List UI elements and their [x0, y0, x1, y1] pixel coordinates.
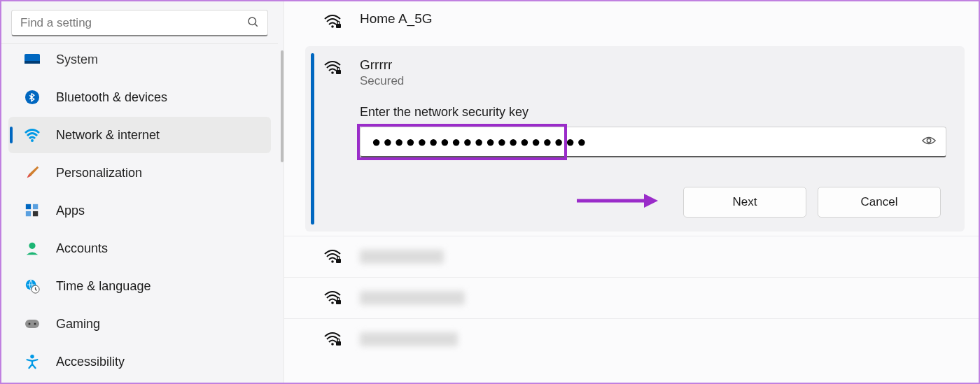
search-input[interactable]: [20, 16, 241, 30]
show-password-icon[interactable]: [921, 135, 937, 149]
settings-sidebar: System Bluetooth & devices Network & int…: [1, 1, 284, 383]
blurred-network-name: [360, 332, 458, 346]
svg-rect-3: [24, 61, 40, 64]
svg-rect-8: [26, 211, 31, 216]
svg-rect-27: [336, 300, 341, 304]
sidebar-item-label: Network & internet: [56, 128, 160, 143]
sidebar-nav: System Bluetooth & devices Network & int…: [1, 44, 278, 383]
search-icon: [246, 15, 259, 31]
blurred-network-name: [360, 250, 444, 264]
svg-point-24: [331, 260, 334, 263]
wifi-secured-icon: [323, 332, 342, 350]
brush-icon: [24, 164, 41, 181]
selected-network-name: Grrrrr: [360, 57, 946, 73]
svg-rect-29: [336, 341, 341, 346]
svg-rect-9: [33, 211, 38, 216]
sidebar-item-time[interactable]: Time & language: [8, 268, 271, 304]
svg-point-14: [29, 323, 31, 325]
svg-rect-25: [336, 259, 341, 263]
svg-point-16: [30, 355, 34, 359]
bluetooth-icon: [24, 89, 41, 106]
svg-marker-23: [644, 194, 658, 208]
wifi-network-row[interactable]: Home A_5G: [284, 1, 979, 42]
svg-point-17: [331, 25, 334, 28]
cancel-button[interactable]: Cancel: [818, 187, 941, 218]
globe-clock-icon: [24, 278, 41, 294]
svg-rect-6: [26, 204, 31, 209]
wifi-secured-icon: [323, 14, 342, 32]
svg-point-21: [927, 138, 931, 143]
wifi-icon: [24, 127, 41, 143]
search-container: [1, 1, 278, 44]
sidebar-item-label: Gaming: [56, 317, 100, 332]
sidebar-scrollbar[interactable]: [281, 50, 284, 162]
system-icon: [24, 51, 41, 68]
sidebar-item-label: Apps: [56, 204, 85, 218]
svg-point-28: [331, 343, 334, 346]
svg-rect-7: [33, 204, 38, 209]
wifi-network-row-blurred[interactable]: [284, 236, 979, 277]
wifi-secured-icon: [323, 249, 342, 267]
wifi-network-row-blurred[interactable]: [284, 318, 979, 360]
password-field-wrap: [360, 127, 946, 157]
wifi-secured-icon: [323, 290, 342, 308]
sidebar-item-apps[interactable]: Apps: [8, 192, 271, 229]
svg-point-0: [248, 17, 256, 25]
search-box[interactable]: [11, 10, 268, 36]
sidebar-item-gaming[interactable]: Gaming: [8, 306, 271, 342]
sidebar-item-network[interactable]: Network & internet: [8, 117, 271, 153]
button-row: Next Cancel: [360, 187, 946, 218]
annotation-arrow: [574, 191, 658, 213]
svg-line-1: [255, 24, 257, 26]
sidebar-item-label: System: [56, 52, 98, 67]
sidebar-item-personalization[interactable]: Personalization: [8, 155, 271, 191]
svg-point-19: [331, 71, 334, 74]
sidebar-item-bluetooth[interactable]: Bluetooth & devices: [8, 79, 271, 115]
svg-point-10: [29, 243, 35, 249]
svg-point-15: [34, 323, 36, 325]
svg-rect-13: [25, 320, 39, 328]
sidebar-item-label: Time & language: [56, 279, 150, 294]
password-input[interactable]: [360, 127, 946, 157]
selection-accent: [311, 53, 314, 225]
sidebar-item-accessibility[interactable]: Accessibility: [8, 343, 271, 380]
selected-network-panel: Grrrrr Secured Enter the network securit…: [305, 46, 965, 232]
sidebar-item-label: Accounts: [56, 241, 108, 256]
svg-point-26: [331, 301, 334, 304]
accounts-icon: [24, 240, 41, 257]
next-button[interactable]: Next: [683, 187, 806, 218]
svg-rect-18: [336, 24, 341, 28]
svg-point-5: [31, 139, 34, 142]
sidebar-item-system[interactable]: System: [8, 44, 271, 78]
network-name: Home A_5G: [360, 11, 433, 27]
network-status: Secured: [360, 74, 946, 88]
main-content: Home A_5G Grrrrr Secured Enter the netwo…: [284, 1, 979, 383]
sidebar-item-accounts[interactable]: Accounts: [8, 230, 271, 266]
wifi-secured-icon: [323, 60, 342, 218]
sidebar-item-label: Bluetooth & devices: [56, 90, 167, 105]
sidebar-item-label: Accessibility: [56, 355, 125, 369]
password-prompt: Enter the network security key: [360, 105, 946, 120]
svg-rect-20: [336, 70, 341, 74]
gamepad-icon: [24, 315, 41, 332]
apps-icon: [24, 202, 41, 219]
blurred-network-name: [360, 291, 465, 305]
wifi-network-row-blurred[interactable]: [284, 277, 979, 318]
sidebar-item-label: Personalization: [56, 166, 142, 180]
accessibility-icon: [24, 353, 41, 370]
